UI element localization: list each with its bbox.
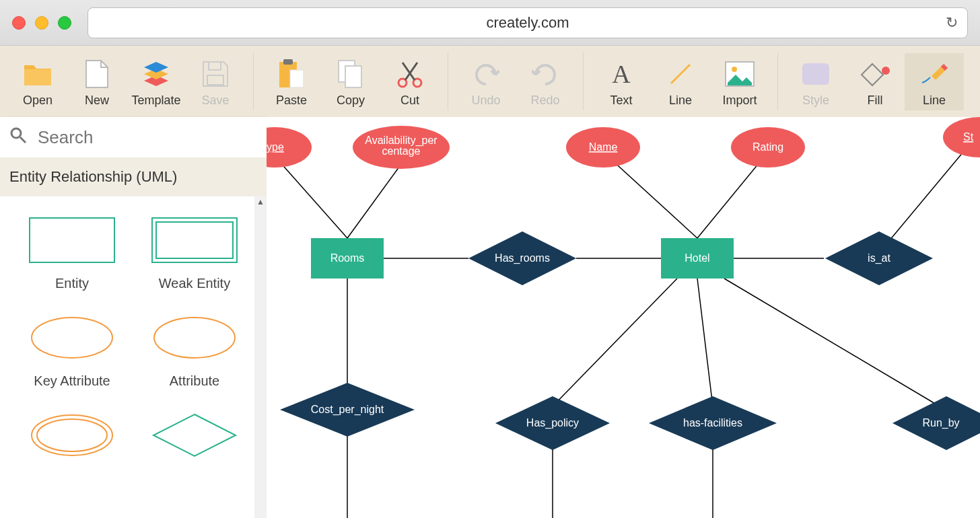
save-icon — [188, 59, 242, 89]
undo-icon — [459, 59, 513, 89]
line-style-button[interactable]: Line — [905, 53, 964, 110]
svg-line-30 — [886, 144, 970, 245]
search-row — [0, 117, 267, 157]
refresh-icon[interactable]: ↻ — [946, 14, 958, 32]
svg-line-33 — [697, 279, 713, 406]
shape-label: Entity — [13, 276, 131, 291]
relation-node[interactable]: Run_by — [893, 396, 980, 450]
entity-node[interactable]: Hotel — [661, 238, 734, 279]
shape-multivalued-attribute[interactable] — [13, 412, 131, 471]
attribute-node[interactable]: Name — [566, 127, 640, 168]
relation-node[interactable]: is_at — [825, 231, 933, 285]
search-input[interactable] — [36, 126, 267, 149]
svg-text:Cost_per_night: Cost_per_night — [311, 404, 384, 416]
text-icon: A — [594, 59, 648, 89]
redo-icon — [518, 59, 572, 89]
svg-line-32 — [553, 279, 677, 406]
shape-entity[interactable]: Entity — [13, 217, 131, 291]
cut-button[interactable]: Cut — [380, 53, 440, 110]
svg-point-22 — [37, 419, 107, 451]
svg-text:Has_rooms: Has_rooms — [495, 252, 550, 264]
pencil-icon — [907, 59, 961, 89]
svg-point-20 — [154, 318, 235, 358]
search-icon — [9, 126, 27, 149]
svg-point-11 — [732, 67, 737, 72]
svg-text:St: St — [963, 131, 974, 143]
new-button[interactable]: New — [67, 53, 127, 110]
import-button[interactable]: Import — [710, 53, 769, 110]
svg-point-19 — [32, 318, 112, 358]
svg-point-14 — [11, 128, 21, 138]
paste-button[interactable]: Paste — [262, 53, 321, 110]
svg-line-23 — [275, 156, 347, 238]
attribute-node[interactable]: Availability_percentage — [353, 126, 450, 169]
attribute-node[interactable]: ype — [267, 127, 312, 168]
scissors-icon — [383, 59, 437, 89]
attribute-node[interactable]: St — [943, 117, 980, 157]
style-button[interactable]: Style — [786, 53, 845, 110]
redo-button[interactable]: Redo — [516, 53, 575, 110]
line-icon — [654, 59, 707, 89]
save-button[interactable]: Save — [186, 53, 245, 110]
attribute-node[interactable]: Rating — [731, 127, 805, 168]
maximize-window-button[interactable] — [58, 16, 71, 30]
browser-title-bar: creately.com ↻ — [0, 0, 980, 46]
minimize-window-button[interactable] — [35, 16, 48, 30]
svg-line-9 — [671, 65, 690, 83]
paint-bucket-icon — [848, 59, 902, 89]
fill-button[interactable]: Fill — [845, 53, 905, 110]
svg-line-34 — [724, 279, 940, 406]
shape-key-attribute[interactable]: Key Attribute — [13, 314, 131, 389]
relation-node[interactable]: Has_policy — [495, 396, 610, 450]
svg-rect-17 — [152, 218, 237, 262]
relation-node[interactable]: has-facilities — [649, 396, 777, 450]
svg-rect-6 — [345, 66, 361, 87]
url-text: creately.com — [486, 14, 569, 32]
copy-icon — [324, 59, 378, 89]
shape-palette: ▲ Entity Weak Entity Key Attribute Attri… — [0, 196, 267, 518]
line-tool-button[interactable]: Line — [651, 53, 710, 110]
svg-point-21 — [32, 415, 112, 455]
svg-text:Hotel: Hotel — [685, 252, 709, 264]
svg-text:Run_by: Run_by — [922, 417, 959, 429]
svg-point-13 — [882, 67, 890, 75]
text-tool-button[interactable]: A Text — [592, 53, 651, 110]
svg-text:Rooms: Rooms — [330, 252, 365, 264]
svg-text:Rating: Rating — [753, 141, 783, 153]
diagram-canvas[interactable]: ype Availability_percentage Name Rating … — [267, 117, 980, 518]
shape-attribute[interactable]: Attribute — [136, 314, 253, 389]
copy-button[interactable]: Copy — [321, 53, 380, 110]
url-bar[interactable]: creately.com ↻ — [88, 7, 968, 38]
svg-text:Name: Name — [589, 141, 618, 153]
svg-rect-4 — [290, 70, 304, 87]
image-icon — [713, 59, 767, 89]
svg-rect-3 — [283, 59, 293, 65]
shape-relationship[interactable] — [136, 412, 253, 471]
close-window-button[interactable] — [12, 16, 26, 30]
layers-icon — [129, 59, 183, 89]
main-toolbar: Open New Template Save Paste — [0, 46, 980, 117]
template-button[interactable]: Template — [127, 53, 186, 110]
svg-text:has-facilities: has-facilities — [683, 417, 742, 429]
shape-label: Key Attribute — [13, 373, 131, 389]
relation-node[interactable]: Cost_per_night — [280, 383, 415, 437]
open-button[interactable]: Open — [8, 53, 67, 110]
diagram-svg: ype Availability_percentage Name Rating … — [267, 117, 980, 518]
svg-line-24 — [347, 164, 401, 238]
shape-label: Attribute — [136, 373, 253, 389]
svg-text:ype: ype — [267, 141, 284, 153]
relation-node[interactable]: Has_rooms — [468, 231, 576, 285]
shape-weak-entity[interactable]: Weak Entity — [136, 217, 253, 291]
svg-line-15 — [20, 137, 26, 143]
window-controls — [12, 16, 71, 30]
shape-category-header[interactable]: Entity Relationship (UML) — [0, 157, 267, 196]
new-file-icon — [70, 59, 124, 89]
svg-point-45 — [943, 117, 980, 157]
svg-rect-12 — [802, 63, 829, 85]
svg-rect-16 — [30, 218, 114, 262]
svg-text:Has_policy: Has_policy — [526, 417, 579, 429]
svg-rect-18 — [156, 222, 233, 258]
entity-node[interactable]: Rooms — [311, 238, 384, 279]
undo-button[interactable]: Undo — [456, 53, 516, 110]
style-icon — [789, 59, 843, 89]
